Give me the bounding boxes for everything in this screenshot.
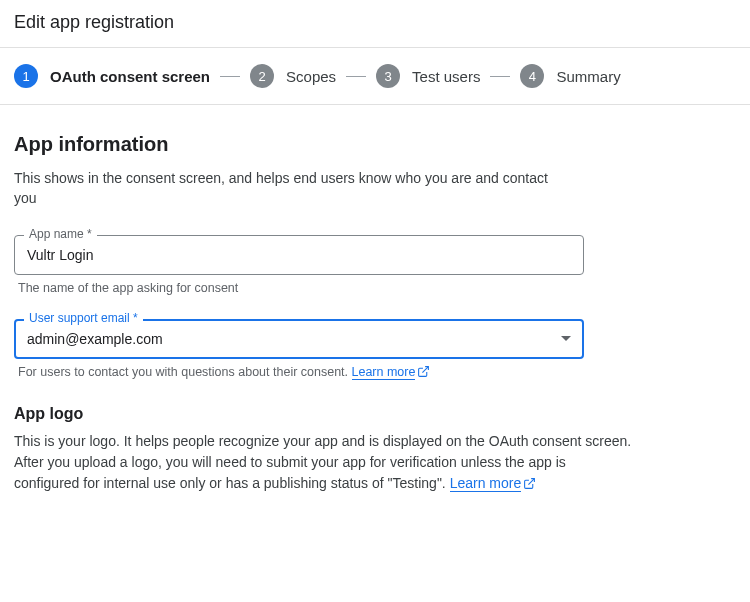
- section-title-app-info: App information: [14, 133, 736, 156]
- svg-line-0: [423, 366, 429, 372]
- step-label: Summary: [556, 68, 620, 85]
- external-link-icon: [523, 475, 536, 496]
- step-number: 2: [250, 64, 274, 88]
- step-label: OAuth consent screen: [50, 68, 210, 85]
- app-name-helper: The name of the app asking for consent: [18, 281, 588, 295]
- learn-more-link-app-logo[interactable]: Learn more: [450, 475, 522, 492]
- section-desc-app-info: This shows in the consent screen, and he…: [14, 168, 574, 209]
- step-separator: [346, 76, 366, 77]
- app-logo-desc: This is your logo. It helps people recog…: [14, 431, 634, 496]
- external-link-icon: [417, 365, 430, 381]
- section-title-app-logo: App logo: [14, 405, 736, 423]
- step-label: Test users: [412, 68, 480, 85]
- support-email-value: admin@example.com: [27, 331, 163, 347]
- step-summary[interactable]: 4 Summary: [520, 64, 620, 88]
- stepper: 1 OAuth consent screen 2 Scopes 3 Test u…: [0, 48, 750, 104]
- step-oauth-consent[interactable]: 1 OAuth consent screen: [14, 64, 210, 88]
- chevron-down-icon: [561, 336, 571, 341]
- app-name-field-wrap: App name *: [14, 235, 584, 275]
- support-email-select[interactable]: admin@example.com: [14, 319, 584, 359]
- step-label: Scopes: [286, 68, 336, 85]
- support-email-helper-text: For users to contact you with questions …: [18, 365, 352, 379]
- svg-line-1: [529, 478, 535, 484]
- step-number: 3: [376, 64, 400, 88]
- support-email-field-wrap: User support email * admin@example.com: [14, 319, 584, 359]
- learn-more-text: Learn more: [352, 365, 416, 379]
- step-scopes[interactable]: 2 Scopes: [250, 64, 336, 88]
- content: App information This shows in the consen…: [0, 105, 750, 496]
- app-name-label: App name *: [24, 227, 97, 241]
- page-title: Edit app registration: [0, 0, 750, 47]
- support-email-label: User support email *: [24, 311, 143, 325]
- app-logo-desc-line1: This is your logo. It helps people recog…: [14, 433, 631, 449]
- step-separator: [490, 76, 510, 77]
- step-number: 4: [520, 64, 544, 88]
- step-test-users[interactable]: 3 Test users: [376, 64, 480, 88]
- step-number: 1: [14, 64, 38, 88]
- app-logo-section: App logo This is your logo. It helps peo…: [14, 405, 736, 496]
- step-separator: [220, 76, 240, 77]
- learn-more-text: Learn more: [450, 475, 522, 491]
- support-email-helper: For users to contact you with questions …: [18, 365, 588, 381]
- app-name-input[interactable]: [14, 235, 584, 275]
- learn-more-link-support-email[interactable]: Learn more: [352, 365, 416, 380]
